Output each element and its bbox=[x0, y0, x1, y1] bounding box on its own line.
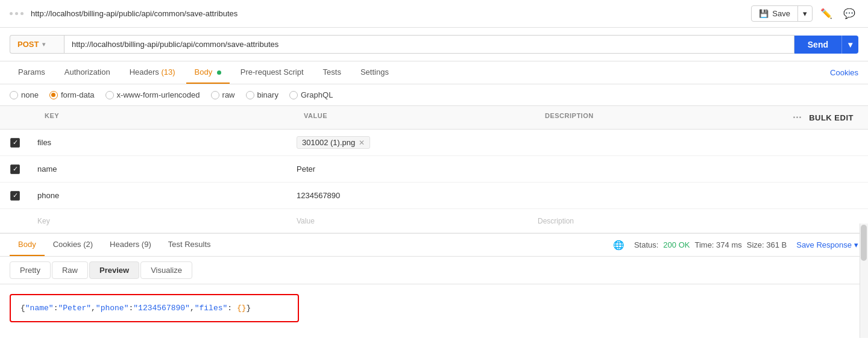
view-tabs: Pretty Raw Preview Visualize bbox=[0, 257, 868, 284]
method-select[interactable]: POST ▾ bbox=[10, 35, 64, 54]
dot3 bbox=[20, 12, 24, 15]
method-chevron-icon: ▾ bbox=[42, 41, 45, 48]
tab-params[interactable]: Params bbox=[10, 61, 54, 84]
tab-prerequest[interactable]: Pre-request Script bbox=[232, 61, 312, 84]
row2-value[interactable]: Peter bbox=[289, 160, 530, 178]
row2-key[interactable]: name bbox=[30, 160, 289, 178]
radio-none-icon bbox=[10, 91, 18, 99]
response-tab-cookies-label: Cookies (2) bbox=[53, 240, 93, 249]
top-bar-url: http://localhost/billing-api/public/api/… bbox=[31, 9, 744, 18]
view-tab-preview[interactable]: Preview bbox=[89, 261, 139, 279]
scrollbar[interactable] bbox=[860, 223, 868, 338]
body-type-binary[interactable]: binary bbox=[246, 90, 278, 99]
row1-description[interactable] bbox=[530, 138, 868, 148]
tab-headers-label: Headers (13) bbox=[130, 67, 175, 77]
scrollbar-thumb[interactable] bbox=[861, 225, 867, 261]
response-tab-body[interactable]: Body bbox=[10, 234, 45, 256]
row1-key[interactable]: files bbox=[30, 133, 289, 152]
tab-authorization[interactable]: Authorization bbox=[56, 61, 119, 84]
view-tab-preview-label: Preview bbox=[99, 266, 129, 275]
save-button[interactable]: 💾 Save ▾ bbox=[751, 5, 813, 22]
row3-description[interactable] bbox=[530, 191, 868, 201]
empty-description[interactable]: Description bbox=[530, 212, 868, 230]
tab-body[interactable]: Body bbox=[186, 61, 230, 84]
code-files-key: "files" bbox=[195, 304, 228, 313]
cookies-count: (2) bbox=[83, 240, 93, 249]
bulk-edit-button[interactable]: Bulk Edit bbox=[809, 113, 854, 122]
view-tab-pretty-label: Pretty bbox=[20, 266, 40, 275]
row1-value-cell: 301002 (1).png ✕ bbox=[289, 131, 530, 154]
body-type-formdata[interactable]: form-data bbox=[49, 90, 95, 99]
save-button-main[interactable]: 💾 Save bbox=[752, 6, 798, 21]
view-tab-pretty[interactable]: Pretty bbox=[10, 261, 51, 279]
tab-prerequest-label: Pre-request Script bbox=[241, 67, 304, 77]
row1-checkbox[interactable] bbox=[10, 138, 20, 148]
code-files-val: {} bbox=[237, 304, 247, 313]
response-code-box: {"name":"Peter","phone":"1234567890","fi… bbox=[10, 294, 299, 322]
send-button[interactable]: Send ▾ bbox=[794, 36, 858, 54]
row2-checkbox-cell bbox=[0, 160, 30, 179]
view-tab-raw[interactable]: Raw bbox=[52, 261, 88, 279]
view-tab-raw-label: Raw bbox=[62, 266, 78, 275]
radio-formdata-icon bbox=[49, 91, 58, 99]
body-type-binary-label: binary bbox=[257, 90, 278, 99]
body-type-raw[interactable]: raw bbox=[211, 90, 235, 99]
response-tab-body-label: Body bbox=[18, 240, 36, 249]
send-label: Send bbox=[794, 36, 842, 54]
col-actions: ··· Bulk Edit bbox=[788, 110, 858, 125]
cookies-link[interactable]: Cookies bbox=[830, 68, 858, 77]
body-type-graphql-label: GraphQL bbox=[301, 90, 333, 99]
row1-remove-icon[interactable]: ✕ bbox=[359, 139, 365, 147]
headers-badge: (13) bbox=[161, 67, 175, 77]
status-code: 200 OK bbox=[663, 240, 690, 249]
table-row: phone 1234567890 bbox=[0, 183, 868, 209]
body-type-row: none form-data x-www-form-urlencoded raw… bbox=[0, 84, 868, 106]
row2-description[interactable] bbox=[530, 164, 868, 174]
radio-raw-icon bbox=[211, 91, 219, 99]
edit-button[interactable]: ✏️ bbox=[817, 5, 835, 22]
dot2 bbox=[15, 12, 18, 15]
row3-checkbox[interactable] bbox=[10, 191, 20, 201]
row3-key[interactable]: phone bbox=[30, 186, 289, 205]
body-dot-indicator bbox=[217, 70, 221, 75]
response-meta: 🌐 Status: 200 OK Time: 374 ms Size: 361 … bbox=[613, 240, 858, 251]
save-response-button[interactable]: Save Response ▾ bbox=[796, 240, 858, 249]
top-bar-actions: 💾 Save ▾ ✏️ 💬 bbox=[751, 5, 858, 22]
tab-headers[interactable]: Headers (13) bbox=[121, 61, 184, 84]
code-phone-key: "phone" bbox=[96, 304, 129, 313]
body-type-urlencoded-label: x-www-form-urlencoded bbox=[117, 90, 200, 99]
response-section: Body Cookies (2) Headers (9) Test Result… bbox=[0, 233, 868, 332]
message-button[interactable]: 💬 bbox=[840, 5, 858, 22]
tab-body-label: Body bbox=[195, 67, 221, 77]
status-info: Status: 200 OK Time: 374 ms Size: 361 B bbox=[634, 240, 787, 249]
request-bar: POST ▾ Send ▾ bbox=[0, 28, 868, 61]
headers-count: (9) bbox=[142, 240, 151, 249]
request-tabs: Params Authorization Headers (13) Body P… bbox=[0, 61, 868, 84]
save-dropdown-arrow[interactable]: ▾ bbox=[798, 6, 812, 21]
tab-tests[interactable]: Tests bbox=[315, 61, 350, 84]
response-tab-testresults[interactable]: Test Results bbox=[160, 234, 219, 256]
response-body: {"name":"Peter","phone":"1234567890","fi… bbox=[0, 284, 868, 332]
send-dropdown-arrow[interactable]: ▾ bbox=[842, 36, 858, 54]
view-tab-visualize-label: Visualize bbox=[151, 266, 182, 275]
response-tab-headers[interactable]: Headers (9) bbox=[101, 234, 160, 256]
url-input[interactable] bbox=[64, 35, 794, 54]
tab-settings[interactable]: Settings bbox=[352, 61, 397, 84]
row2-checkbox[interactable] bbox=[10, 164, 20, 174]
body-type-urlencoded[interactable]: x-www-form-urlencoded bbox=[105, 90, 200, 99]
tab-settings-label: Settings bbox=[360, 67, 389, 77]
save-icon: 💾 bbox=[759, 9, 769, 18]
size-info: Size: 361 B bbox=[747, 240, 787, 249]
response-tab-cookies[interactable]: Cookies (2) bbox=[45, 234, 101, 256]
more-options-icon[interactable]: ··· bbox=[793, 112, 802, 123]
view-tab-visualize[interactable]: Visualize bbox=[140, 261, 192, 279]
time-info: Time: 374 ms bbox=[694, 240, 741, 249]
empty-key[interactable]: Key bbox=[30, 212, 289, 230]
body-type-graphql[interactable]: GraphQL bbox=[289, 90, 333, 99]
empty-value[interactable]: Value bbox=[289, 212, 530, 230]
radio-binary-icon bbox=[246, 91, 254, 99]
table-row: files 301002 (1).png ✕ bbox=[0, 130, 868, 156]
body-type-none[interactable]: none bbox=[10, 90, 39, 99]
tab-tests-label: Tests bbox=[323, 67, 341, 77]
row3-value[interactable]: 1234567890 bbox=[289, 186, 530, 205]
